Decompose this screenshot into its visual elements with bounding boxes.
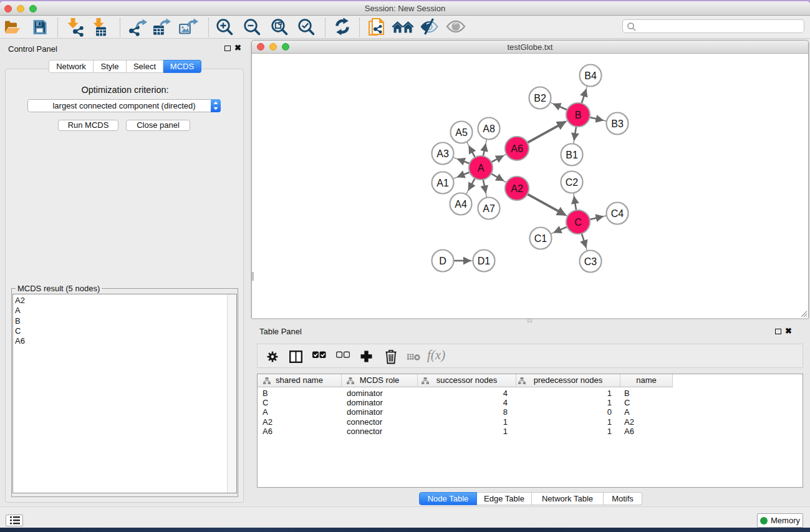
svg-text:B1: B1 — [566, 150, 578, 160]
svg-text:A: A — [478, 163, 485, 173]
svg-text:B2: B2 — [534, 93, 546, 104]
svg-text:B3: B3 — [611, 118, 624, 129]
svg-text:A6: A6 — [511, 143, 523, 154]
svg-text:B4: B4 — [584, 70, 597, 81]
svg-text:C1: C1 — [534, 233, 547, 244]
svg-text:A5: A5 — [455, 127, 468, 138]
svg-text:A8: A8 — [483, 123, 495, 134]
svg-text:D1: D1 — [478, 256, 491, 266]
svg-text:A4: A4 — [455, 199, 467, 210]
svg-text:C3: C3 — [584, 256, 597, 267]
svg-text:C2: C2 — [566, 177, 579, 188]
svg-text:D: D — [439, 256, 446, 266]
svg-text:A7: A7 — [483, 203, 495, 214]
svg-text:C4: C4 — [611, 208, 624, 219]
svg-text:A2: A2 — [511, 183, 523, 194]
svg-text:C: C — [574, 217, 582, 228]
svg-text:B: B — [575, 110, 582, 120]
svg-text:A3: A3 — [436, 148, 449, 159]
svg-text:A1: A1 — [436, 178, 449, 188]
